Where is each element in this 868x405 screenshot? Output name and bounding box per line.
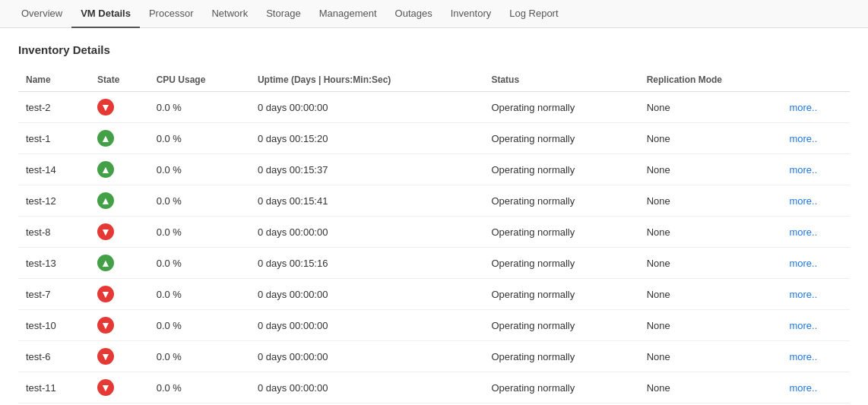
- nav-item-processor[interactable]: Processor: [140, 0, 203, 28]
- nav-item-overview[interactable]: Overview: [12, 0, 71, 28]
- vm-state: ▲: [90, 123, 149, 154]
- col-header-cpu-usage: CPU Usage: [149, 68, 250, 92]
- vm-status: Operating normally: [483, 248, 638, 279]
- down-arrow-icon: ▼: [97, 286, 114, 302]
- vm-name: test-14: [18, 154, 90, 185]
- vm-more: more..: [781, 248, 850, 279]
- vm-cpu: 0.0 %: [149, 279, 250, 310]
- vm-more: more..: [781, 341, 850, 372]
- col-header-: [781, 68, 850, 92]
- vm-uptime: 0 days 00:15:20: [250, 123, 483, 154]
- vm-state: ▼: [90, 217, 149, 248]
- vm-name: test-10: [18, 310, 90, 341]
- table-row: test-10▼0.0 %0 days 00:00:00Operating no…: [18, 310, 850, 341]
- down-arrow-icon: ▼: [97, 223, 114, 240]
- col-header-status: Status: [483, 68, 638, 92]
- vm-state: ▲: [90, 154, 149, 185]
- vm-uptime: 0 days 00:00:00: [250, 372, 483, 403]
- inventory-table: NameStateCPU UsageUptime (Days | Hours:M…: [18, 68, 850, 405]
- vm-uptime: 0 days 00:15:41: [250, 185, 483, 217]
- vm-status: Operating normally: [483, 154, 638, 185]
- vm-uptime: 0 days 00:00:00: [250, 217, 483, 248]
- vm-more: more..: [781, 310, 850, 341]
- vm-replication: None: [639, 154, 782, 185]
- vm-name: test-13: [18, 248, 90, 279]
- vm-status: Operating normally: [483, 341, 638, 372]
- more-link[interactable]: more..: [789, 195, 817, 207]
- vm-cpu: 0.0 %: [149, 248, 250, 279]
- vm-cpu: 0.0 %: [149, 123, 250, 154]
- table-row: test-12▲0.0 %0 days 00:15:41Operating no…: [18, 185, 850, 217]
- vm-status: Operating normally: [483, 310, 638, 341]
- more-link[interactable]: more..: [789, 102, 817, 113]
- table-row: test-11▼0.0 %0 days 00:00:00Operating no…: [18, 372, 850, 403]
- vm-state: ▲: [90, 185, 149, 217]
- more-link[interactable]: more..: [789, 382, 817, 394]
- vm-cpu: 0.0 %: [149, 341, 250, 372]
- vm-replication: None: [639, 310, 782, 341]
- vm-name: test-7: [18, 279, 90, 310]
- nav-item-inventory[interactable]: Inventory: [442, 0, 500, 28]
- more-link[interactable]: more..: [789, 164, 817, 176]
- vm-uptime: 0 days 00:15:16: [250, 248, 483, 279]
- more-link[interactable]: more..: [789, 320, 817, 331]
- vm-name: test-6: [18, 341, 90, 372]
- nav-item-log-report[interactable]: Log Report: [500, 0, 567, 28]
- col-header-uptime--days---hours:min:sec-: Uptime (Days | Hours:Min:Sec): [250, 68, 483, 92]
- more-link[interactable]: more..: [789, 351, 817, 362]
- vm-name: test-8: [18, 217, 90, 248]
- vm-state: ▼: [90, 310, 149, 341]
- vm-name: test-2: [18, 92, 90, 123]
- table-row: test-14▲0.0 %0 days 00:15:37Operating no…: [18, 154, 850, 185]
- down-arrow-icon: ▼: [97, 317, 114, 334]
- table-body: test-2▼0.0 %0 days 00:00:00Operating nor…: [18, 92, 850, 406]
- table-row: test-2▼0.0 %0 days 00:00:00Operating nor…: [18, 92, 850, 123]
- vm-status: Operating normally: [483, 185, 638, 217]
- vm-cpu: 0.0 %: [149, 154, 250, 185]
- table-header: NameStateCPU UsageUptime (Days | Hours:M…: [18, 68, 850, 92]
- table-row: test-6▼0.0 %0 days 00:00:00Operating nor…: [18, 341, 850, 372]
- vm-cpu: 0.0 %: [149, 185, 250, 217]
- vm-name: test-11: [18, 372, 90, 403]
- vm-more: more..: [781, 123, 850, 154]
- vm-replication: None: [639, 185, 782, 217]
- nav-item-management[interactable]: Management: [310, 0, 386, 28]
- vm-uptime: 0 days 00:00:00: [250, 279, 483, 310]
- more-link[interactable]: more..: [789, 226, 817, 238]
- vm-state: ▼: [90, 372, 149, 403]
- vm-replication: None: [639, 92, 782, 123]
- vm-replication: None: [639, 341, 782, 372]
- vm-cpu: 0.0 %: [149, 92, 250, 123]
- nav-item-outages[interactable]: Outages: [386, 0, 442, 28]
- vm-state: ▲: [90, 248, 149, 279]
- vm-replication: None: [639, 217, 782, 248]
- vm-uptime: 0 days 00:00:00: [250, 310, 483, 341]
- vm-replication: None: [639, 123, 782, 154]
- vm-status: Operating normally: [483, 92, 638, 123]
- top-nav: OverviewVM DetailsProcessorNetworkStorag…: [0, 0, 868, 28]
- vm-replication: None: [639, 248, 782, 279]
- col-header-name: Name: [18, 68, 90, 92]
- vm-replication: None: [639, 279, 782, 310]
- table-row: test-7▼0.0 %0 days 00:00:00Operating nor…: [18, 279, 850, 310]
- down-arrow-icon: ▼: [97, 99, 114, 115]
- more-link[interactable]: more..: [789, 289, 817, 300]
- up-arrow-icon: ▲: [97, 130, 114, 147]
- vm-more: more..: [781, 372, 850, 403]
- table-row: test-13▲0.0 %0 days 00:15:16Operating no…: [18, 248, 850, 279]
- vm-state: ▼: [90, 279, 149, 310]
- nav-item-network[interactable]: Network: [202, 0, 257, 28]
- more-link[interactable]: more..: [789, 258, 817, 269]
- main-content: Inventory Details NameStateCPU UsageUpti…: [0, 28, 868, 405]
- vm-cpu: 0.0 %: [149, 310, 250, 341]
- col-header-state: State: [90, 68, 149, 92]
- vm-more: more..: [781, 185, 850, 217]
- nav-item-storage[interactable]: Storage: [257, 0, 310, 28]
- vm-status: Operating normally: [483, 372, 638, 403]
- vm-more: more..: [781, 279, 850, 310]
- up-arrow-icon: ▲: [97, 161, 114, 178]
- table-row: test-8▼0.0 %0 days 00:00:00Operating nor…: [18, 217, 850, 248]
- vm-cpu: 0.0 %: [149, 372, 250, 403]
- more-link[interactable]: more..: [789, 133, 817, 144]
- nav-item-vm-details[interactable]: VM Details: [71, 0, 140, 28]
